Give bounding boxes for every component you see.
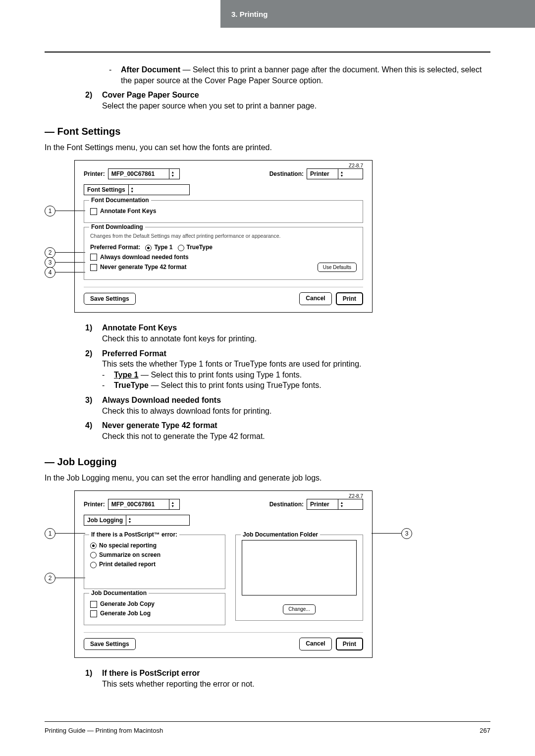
font-documentation-group: Font Documentation Annotate Font Keys: [84, 200, 363, 223]
cancel-button[interactable]: Cancel: [299, 638, 331, 650]
font-settings-dialog-wrap: 1 2 3 4 Z2-8.7 Printer: MFP_00C67861 ▲▼: [45, 160, 490, 313]
destination-label: Destination:: [269, 500, 304, 508]
job-documentation-group: Job Documentation Generate Job Copy Gene…: [84, 593, 225, 625]
after-document-bullet: - After Document — Select this to print …: [109, 64, 490, 86]
updown-icon: ▲▼: [169, 499, 176, 509]
use-defaults-button[interactable]: Use Defaults: [318, 263, 357, 272]
font-downloading-group: Font Downloading Changes from the Defaul…: [84, 227, 363, 280]
job-logging-heading: — Job Logging: [45, 455, 490, 469]
destination-label: Destination:: [269, 170, 304, 178]
ps-error-group: If there is a PostScript™ error: No spec…: [84, 535, 225, 589]
updown-icon: ▲▼: [338, 169, 345, 179]
chapter-label: 3. Printing: [231, 10, 268, 18]
summarize-radio[interactable]: [90, 552, 97, 558]
header-band: 3. Printing: [0, 0, 535, 28]
updown-icon: ▲▼: [169, 169, 176, 179]
footer: Printing Guide — Printing from Macintosh…: [45, 721, 490, 734]
job-logging-dialog-wrap: 1 2 3 Z2-8.7 Printer: MFP_00C67861 ▲▼: [45, 490, 490, 658]
callout-1: 1: [45, 206, 55, 216]
font-settings-heading: — Font Settings: [45, 125, 490, 138]
print-button[interactable]: Print: [336, 292, 363, 305]
job-logging-intro: In the Job Logging menu, you can set the…: [45, 473, 490, 484]
gen-copy-checkbox[interactable]: [90, 601, 97, 608]
print-button[interactable]: Print: [336, 638, 363, 650]
printer-select[interactable]: MFP_00C67861 ▲▼: [108, 168, 180, 179]
type1-radio[interactable]: [145, 245, 152, 251]
page-number: 267: [480, 727, 490, 734]
callout-4: 4: [45, 267, 55, 278]
callout-2: 2: [45, 247, 55, 258]
font-settings-dialog: Z2-8.7 Printer: MFP_00C67861 ▲▼ Destinat…: [74, 160, 373, 313]
destination-select[interactable]: Printer ▲▼: [307, 168, 363, 179]
always-download-checkbox[interactable]: [90, 254, 97, 261]
callout-jl-2: 2: [45, 573, 55, 584]
change-button[interactable]: Change...: [283, 604, 315, 614]
save-settings-button[interactable]: Save Settings: [84, 293, 136, 305]
folder-group: Job Documentation Folder Change...: [235, 535, 363, 621]
callout-3: 3: [45, 257, 55, 268]
printer-label: Printer:: [84, 170, 105, 178]
detailed-radio[interactable]: [90, 562, 97, 568]
no-reporting-radio[interactable]: [90, 542, 97, 549]
font-settings-intro: In the Font Settings menu, you can set h…: [45, 142, 490, 153]
footer-left: Printing Guide — Printing from Macintosh: [45, 727, 163, 734]
truetype-radio[interactable]: [178, 245, 184, 251]
cover-page-title: Cover Page Paper Source: [102, 90, 490, 101]
gen-log-checkbox[interactable]: [90, 610, 97, 617]
after-document-term: After Document: [121, 65, 180, 74]
destination-select[interactable]: Printer ▲▼: [307, 499, 363, 510]
annotate-checkbox[interactable]: [90, 208, 97, 215]
callout-jl-1: 1: [45, 528, 55, 539]
updown-icon: ▲▼: [126, 515, 133, 525]
updown-icon: ▲▼: [338, 499, 345, 509]
top-rule: [45, 52, 490, 53]
callout-jl-3: 3: [401, 528, 412, 539]
panel-select[interactable]: Job Logging ▲▼: [84, 515, 190, 526]
panel-select[interactable]: Font Settings ▲▼: [84, 184, 190, 195]
job-logging-dialog: Z2-8.7 Printer: MFP_00C67861 ▲▼ Destinat…: [74, 490, 373, 658]
updown-icon: ▲▼: [128, 185, 136, 195]
printer-label: Printer:: [84, 500, 105, 508]
folder-listbox[interactable]: [242, 540, 357, 595]
save-settings-button[interactable]: Save Settings: [84, 638, 136, 650]
cancel-button[interactable]: Cancel: [299, 292, 331, 305]
printer-select[interactable]: MFP_00C67861 ▲▼: [108, 499, 180, 510]
cover-page-desc: Select the paper source when you set to …: [102, 101, 490, 111]
never-type42-checkbox[interactable]: [90, 264, 97, 271]
cover-page-item: 2) Cover Page Paper Source Select the pa…: [85, 90, 490, 111]
